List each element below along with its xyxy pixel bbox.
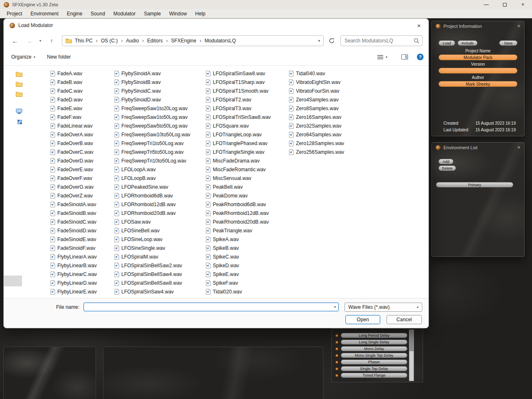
effects-scrollbar[interactable] xyxy=(409,330,414,381)
breadcrumb-item[interactable]: OS (C:)› xyxy=(99,37,124,44)
file-item[interactable]: FlybyLinearD.wav xyxy=(50,278,113,287)
file-item[interactable]: FadeSinoidC.wav xyxy=(50,217,113,226)
effect-button[interactable]: Long Single Delay xyxy=(341,340,407,345)
address-dropdown-icon[interactable]: ▾ xyxy=(318,39,320,43)
file-item[interactable]: LFOSpiralSinBellSaw2.wav xyxy=(114,261,204,270)
file-item[interactable]: MiscFadeDrama.wav xyxy=(206,156,287,165)
breadcrumb-item[interactable]: This PC› xyxy=(73,37,99,44)
file-item[interactable]: FlybyLinearC.wav xyxy=(50,270,113,278)
file-item[interactable]: Zero8Samples.wav xyxy=(289,104,360,113)
file-item[interactable]: FadeSinoidA.wav xyxy=(50,200,113,209)
file-item[interactable]: FadeC.wav xyxy=(50,86,113,95)
cancel-button[interactable]: Cancel xyxy=(387,315,422,324)
maximize-button[interactable] xyxy=(495,0,514,9)
file-item[interactable]: VibratoEightSin.wav xyxy=(289,78,360,86)
file-item[interactable]: FreqSweepTri5to50Log.wav xyxy=(114,148,204,156)
file-item[interactable]: Zero256Samples.wav xyxy=(289,148,360,156)
file-item[interactable]: LFOSpiralSinBellSaw4.wav xyxy=(114,270,204,278)
file-item[interactable]: LFOSpiralSinSaw8.wav xyxy=(206,69,287,78)
file-item[interactable]: FadeSinoidB.wav xyxy=(50,209,113,217)
nav-pane-scrollbar[interactable] xyxy=(4,276,22,286)
file-item[interactable]: PeakTriangle.wav xyxy=(206,226,287,235)
file-item[interactable]: Tidal040.wav xyxy=(289,69,360,78)
search-input[interactable] xyxy=(341,36,422,46)
environment-item[interactable]: Primary xyxy=(436,182,513,187)
file-item[interactable]: PeakRhomboid20dB.wav xyxy=(206,217,287,226)
file-item[interactable]: FadeLinear.wav xyxy=(50,121,113,130)
file-item[interactable]: LFOSaw.wav xyxy=(114,217,204,226)
nav-folder-icon-2[interactable] xyxy=(16,81,22,89)
menu-item[interactable]: Project xyxy=(2,10,26,17)
effect-button[interactable]: Long Period Delay xyxy=(341,333,407,338)
close-icon[interactable]: × xyxy=(517,23,520,29)
close-icon[interactable]: × xyxy=(517,145,520,150)
file-item[interactable]: SpikeE.wav xyxy=(206,270,287,278)
file-item[interactable]: LFOSpiralT1Smooth.wav xyxy=(206,86,287,95)
delete-button[interactable]: Delete xyxy=(438,165,456,171)
organize-button[interactable]: Organize▾ xyxy=(11,49,35,64)
file-item[interactable]: FadeF.wav xyxy=(50,113,113,121)
file-item[interactable]: LFOTriangleLoop.wav xyxy=(206,130,287,139)
menu-item[interactable]: Engine xyxy=(63,10,86,17)
load-button[interactable]: Load xyxy=(438,40,455,46)
file-item[interactable]: FadeOverD.wav xyxy=(50,156,113,165)
file-item[interactable]: FreqSweepSaw1to20Log.wav xyxy=(114,104,204,113)
file-item[interactable]: FlybyLinearB.wav xyxy=(50,261,113,270)
file-item[interactable]: LFOSpiralM.wav xyxy=(114,252,204,261)
file-item[interactable]: LFOTriangleSingle.wav xyxy=(206,148,287,156)
file-item[interactable]: FadeSinoidF.wav xyxy=(50,244,113,252)
file-item[interactable]: SpikeD.wav xyxy=(206,261,287,270)
file-item[interactable]: LFOSpiralT3.wav xyxy=(206,104,287,113)
file-item[interactable]: FreqSweepSaw5to50Log.wav xyxy=(114,121,204,130)
back-button[interactable]: ← xyxy=(10,35,20,46)
up-button[interactable]: ↑ xyxy=(46,35,57,46)
file-item[interactable]: LFOTrianglePhased.wav xyxy=(206,139,287,148)
file-item[interactable]: VibratoFourSin.wav xyxy=(289,86,360,95)
file-item[interactable]: FadeOverZ.wav xyxy=(50,191,113,200)
file-item[interactable]: Zero64Samples.wav xyxy=(289,130,360,139)
file-item[interactable]: FadeOverE.wav xyxy=(50,165,113,174)
file-item[interactable]: FadeOverF.wav xyxy=(50,174,113,182)
effect-button[interactable]: Phaser xyxy=(341,360,407,365)
effect-button[interactable]: Tuned Flange xyxy=(341,373,407,378)
file-item[interactable]: LFOLoopA.wav xyxy=(114,165,204,174)
menu-item[interactable]: Modulator xyxy=(109,10,140,17)
breadcrumb-item[interactable]: ModulatorsLQ› xyxy=(202,37,238,44)
chevron-down-icon[interactable]: ▾ xyxy=(334,305,336,309)
file-item[interactable]: FadeD.wav xyxy=(50,95,113,104)
nav-folder-icon-1[interactable] xyxy=(16,71,22,79)
file-item[interactable]: LFOSpiralSinSaw4.wav xyxy=(114,287,204,296)
file-item[interactable]: LFOSineLoop.wav xyxy=(114,235,204,244)
file-item[interactable]: FlybySinoidC.wav xyxy=(114,86,204,95)
preview-pane-button[interactable] xyxy=(401,49,408,64)
file-item[interactable]: FadeOverA.wav xyxy=(50,130,113,139)
breadcrumb-item[interactable]: SFXEngine› xyxy=(169,37,202,44)
file-item[interactable]: PeakRhomboid12dB.wav xyxy=(206,209,287,217)
file-item[interactable]: LFOSpiralSinBellSaw8.wav xyxy=(114,278,204,287)
project-field-value[interactable]: Mark Sheeky xyxy=(438,81,517,87)
menu-item[interactable]: Sample xyxy=(140,10,165,17)
file-item[interactable]: FlybyLinearE.wav xyxy=(50,287,113,296)
file-item[interactable]: LFOPeakedSine.wav xyxy=(114,182,204,191)
dialog-close-button[interactable]: × xyxy=(409,19,429,32)
project-field-value[interactable]: Modulator Pack xyxy=(438,54,517,60)
file-item[interactable]: MiscFadeRomantic.wav xyxy=(206,165,287,174)
breadcrumb-item[interactable]: Audio› xyxy=(124,37,145,44)
file-item[interactable]: LFOSineSingle.wav xyxy=(114,244,204,252)
open-button[interactable]: Open xyxy=(345,315,380,324)
file-item[interactable]: FadeE.wav xyxy=(50,104,113,113)
file-item[interactable]: PeakDome.wav xyxy=(206,191,287,200)
forward-button[interactable]: → xyxy=(24,35,34,46)
menu-item[interactable]: Help xyxy=(191,10,210,17)
file-item[interactable]: LFOSineBell.wav xyxy=(114,226,204,235)
file-item[interactable]: LFOLoopB.wav xyxy=(114,174,204,182)
file-item[interactable]: SpikeA.wav xyxy=(206,235,287,244)
file-item[interactable]: LFOSpiralT2.wav xyxy=(206,95,287,104)
file-item[interactable]: FadeOverC.wav xyxy=(50,148,113,156)
file-item[interactable]: FadeOverG.wav xyxy=(50,182,113,191)
file-item[interactable]: Zero128Samples.wav xyxy=(289,139,360,148)
file-item[interactable]: FlybySinoidA.wav xyxy=(114,69,204,78)
file-item[interactable]: Zero32Samples.wav xyxy=(289,121,360,130)
file-item[interactable]: FreqSweepSaw1to50Log.wav xyxy=(114,113,204,121)
file-item[interactable]: LFORhomboid6dB.wav xyxy=(114,191,204,200)
